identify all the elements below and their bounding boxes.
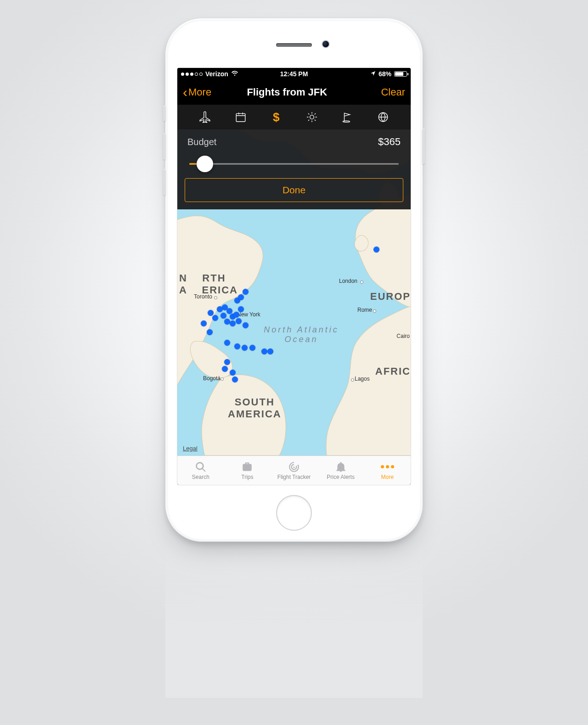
filter-overlay: $ Budget $365 — [177, 105, 411, 209]
citydot-london — [360, 281, 363, 284]
filter-weather-icon[interactable] — [305, 111, 318, 124]
bell-icon — [335, 461, 347, 473]
destination-pin[interactable] — [224, 340, 230, 346]
tab-more[interactable]: More — [364, 456, 411, 485]
wifi-icon — [231, 70, 238, 78]
destination-pin[interactable] — [226, 308, 232, 314]
signal-dots — [181, 73, 203, 76]
filter-activity-icon[interactable] — [341, 111, 354, 124]
clear-button[interactable]: Clear — [381, 86, 405, 98]
tab-trips[interactable]: Trips — [224, 456, 271, 485]
more-icon — [381, 461, 394, 473]
budget-value: $365 — [378, 136, 401, 148]
svg-point-2 — [310, 115, 314, 119]
earpiece-speaker — [276, 43, 312, 47]
device-frame: Verizon 12:45 PM 68% ‹ More Flights from… — [165, 18, 423, 542]
map-container[interactable]: N RTH A ERICA SOUTH AMERICA EUROP AFRIC … — [177, 105, 411, 455]
tab-tracker-label: Flight Tracker — [277, 474, 311, 480]
volume-up — [163, 133, 166, 160]
nav-bar: ‹ More Flights from JFK Clear — [177, 80, 411, 105]
destination-pin[interactable] — [233, 312, 239, 318]
destination-pin[interactable] — [222, 366, 228, 372]
citydot-rome — [373, 309, 376, 313]
slider-thumb[interactable] — [197, 156, 213, 172]
tab-search[interactable]: Search — [177, 456, 224, 485]
filter-region-icon[interactable] — [377, 111, 390, 124]
done-button[interactable]: Done — [185, 178, 403, 202]
suitcase-icon — [241, 461, 253, 473]
filter-airline-icon[interactable] — [198, 111, 211, 124]
svg-point-3 — [343, 121, 350, 122]
device-reflection — [165, 542, 423, 698]
location-icon — [370, 70, 376, 78]
search-icon — [195, 461, 207, 473]
legal-link[interactable]: Legal — [183, 445, 198, 452]
status-time: 12:45 PM — [280, 70, 308, 78]
destination-pin[interactable] — [207, 329, 213, 335]
destination-pin[interactable] — [208, 310, 214, 316]
citydot-toronto — [214, 296, 217, 299]
destination-pin[interactable] — [267, 348, 273, 354]
tab-bar: Search Trips Flight Tracker Price Alerts — [177, 455, 411, 485]
filter-dates-icon[interactable] — [234, 111, 247, 124]
filter-budget-icon[interactable]: $ — [270, 111, 283, 124]
budget-slider[interactable] — [187, 154, 401, 174]
destination-pin[interactable] — [224, 319, 230, 325]
destination-pin[interactable] — [243, 322, 249, 328]
tab-alerts-label: Price Alerts — [327, 474, 355, 480]
tab-trips-label: Trips — [241, 474, 253, 480]
radar-icon — [288, 461, 300, 473]
destination-pin[interactable] — [238, 294, 244, 300]
budget-row: Budget $365 — [177, 129, 411, 151]
chevron-left-icon: ‹ — [183, 88, 187, 96]
svg-rect-1 — [236, 113, 245, 121]
budget-label: Budget — [187, 137, 216, 147]
tab-search-label: Search — [192, 474, 209, 480]
destination-pin[interactable] — [201, 320, 207, 326]
nav-title: Flights from JFK — [193, 86, 381, 98]
tab-more-label: More — [381, 474, 394, 480]
mute-switch — [163, 106, 166, 121]
tab-alerts[interactable]: Price Alerts — [317, 456, 364, 485]
screen: Verizon 12:45 PM 68% ‹ More Flights from… — [177, 68, 411, 485]
citydot-bogota — [220, 377, 224, 381]
slider-track — [189, 163, 399, 165]
front-camera — [322, 41, 329, 47]
home-button[interactable] — [276, 495, 312, 531]
battery-icon — [394, 71, 407, 77]
volume-down — [163, 169, 166, 196]
power-button — [422, 129, 425, 164]
filter-tabs: $ — [177, 105, 411, 129]
battery-pct: 68% — [379, 70, 391, 78]
tab-tracker[interactable]: Flight Tracker — [271, 456, 317, 485]
destination-pin[interactable] — [234, 343, 240, 349]
destination-pin[interactable] — [220, 313, 226, 319]
destination-pin[interactable] — [236, 318, 242, 324]
destination-pin[interactable] — [242, 345, 248, 351]
destination-pin[interactable] — [261, 348, 267, 354]
status-bar: Verizon 12:45 PM 68% — [177, 68, 411, 80]
citydot-lagos — [351, 378, 354, 382]
destination-pin[interactable] — [224, 359, 230, 365]
carrier-label: Verizon — [205, 70, 228, 78]
